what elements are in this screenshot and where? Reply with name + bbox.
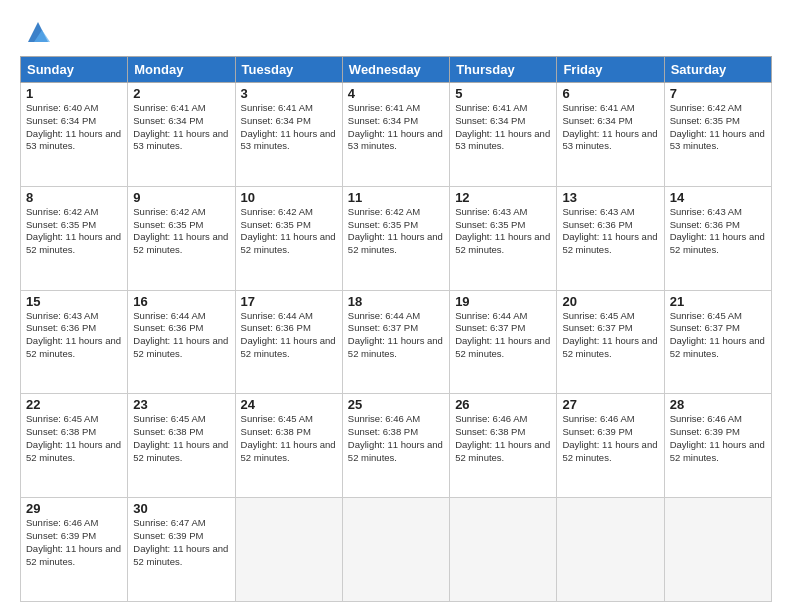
weekday-wednesday: Wednesday xyxy=(342,57,449,83)
weekday-monday: Monday xyxy=(128,57,235,83)
cell-info: Sunrise: 6:42 AMSunset: 6:35 PMDaylight:… xyxy=(241,206,337,257)
cell-info: Sunrise: 6:45 AMSunset: 6:37 PMDaylight:… xyxy=(670,310,766,361)
day-number: 11 xyxy=(348,190,444,205)
cell-info: Sunrise: 6:46 AMSunset: 6:39 PMDaylight:… xyxy=(26,517,122,568)
day-number: 8 xyxy=(26,190,122,205)
logo xyxy=(20,18,52,46)
cell-info: Sunrise: 6:45 AMSunset: 6:37 PMDaylight:… xyxy=(562,310,658,361)
weekday-header-row: SundayMondayTuesdayWednesdayThursdayFrid… xyxy=(21,57,772,83)
calendar-cell: 15Sunrise: 6:43 AMSunset: 6:36 PMDayligh… xyxy=(21,290,128,394)
cell-info: Sunrise: 6:45 AMSunset: 6:38 PMDaylight:… xyxy=(133,413,229,464)
cell-info: Sunrise: 6:40 AMSunset: 6:34 PMDaylight:… xyxy=(26,102,122,153)
calendar-cell: 1Sunrise: 6:40 AMSunset: 6:34 PMDaylight… xyxy=(21,83,128,187)
day-number: 19 xyxy=(455,294,551,309)
calendar-week-2: 8Sunrise: 6:42 AMSunset: 6:35 PMDaylight… xyxy=(21,186,772,290)
calendar-cell: 25Sunrise: 6:46 AMSunset: 6:38 PMDayligh… xyxy=(342,394,449,498)
day-number: 22 xyxy=(26,397,122,412)
day-number: 13 xyxy=(562,190,658,205)
day-number: 12 xyxy=(455,190,551,205)
cell-info: Sunrise: 6:41 AMSunset: 6:34 PMDaylight:… xyxy=(348,102,444,153)
calendar-cell: 9Sunrise: 6:42 AMSunset: 6:35 PMDaylight… xyxy=(128,186,235,290)
weekday-tuesday: Tuesday xyxy=(235,57,342,83)
calendar-cell xyxy=(450,498,557,602)
cell-info: Sunrise: 6:42 AMSunset: 6:35 PMDaylight:… xyxy=(348,206,444,257)
day-number: 17 xyxy=(241,294,337,309)
day-number: 18 xyxy=(348,294,444,309)
header xyxy=(20,18,772,46)
cell-info: Sunrise: 6:44 AMSunset: 6:37 PMDaylight:… xyxy=(348,310,444,361)
cell-info: Sunrise: 6:43 AMSunset: 6:36 PMDaylight:… xyxy=(26,310,122,361)
cell-info: Sunrise: 6:42 AMSunset: 6:35 PMDaylight:… xyxy=(670,102,766,153)
calendar-cell: 20Sunrise: 6:45 AMSunset: 6:37 PMDayligh… xyxy=(557,290,664,394)
calendar-cell xyxy=(342,498,449,602)
page: SundayMondayTuesdayWednesdayThursdayFrid… xyxy=(0,0,792,612)
cell-info: Sunrise: 6:41 AMSunset: 6:34 PMDaylight:… xyxy=(241,102,337,153)
calendar-cell: 19Sunrise: 6:44 AMSunset: 6:37 PMDayligh… xyxy=(450,290,557,394)
calendar-cell: 3Sunrise: 6:41 AMSunset: 6:34 PMDaylight… xyxy=(235,83,342,187)
day-number: 16 xyxy=(133,294,229,309)
calendar-cell: 6Sunrise: 6:41 AMSunset: 6:34 PMDaylight… xyxy=(557,83,664,187)
day-number: 26 xyxy=(455,397,551,412)
logo-icon xyxy=(24,18,52,46)
day-number: 21 xyxy=(670,294,766,309)
calendar-cell: 16Sunrise: 6:44 AMSunset: 6:36 PMDayligh… xyxy=(128,290,235,394)
calendar-cell xyxy=(664,498,771,602)
calendar-cell: 29Sunrise: 6:46 AMSunset: 6:39 PMDayligh… xyxy=(21,498,128,602)
cell-info: Sunrise: 6:46 AMSunset: 6:38 PMDaylight:… xyxy=(348,413,444,464)
day-number: 9 xyxy=(133,190,229,205)
cell-info: Sunrise: 6:46 AMSunset: 6:39 PMDaylight:… xyxy=(670,413,766,464)
calendar-cell: 18Sunrise: 6:44 AMSunset: 6:37 PMDayligh… xyxy=(342,290,449,394)
cell-info: Sunrise: 6:43 AMSunset: 6:36 PMDaylight:… xyxy=(562,206,658,257)
weekday-sunday: Sunday xyxy=(21,57,128,83)
calendar-cell: 23Sunrise: 6:45 AMSunset: 6:38 PMDayligh… xyxy=(128,394,235,498)
cell-info: Sunrise: 6:45 AMSunset: 6:38 PMDaylight:… xyxy=(241,413,337,464)
cell-info: Sunrise: 6:43 AMSunset: 6:35 PMDaylight:… xyxy=(455,206,551,257)
calendar-cell: 30Sunrise: 6:47 AMSunset: 6:39 PMDayligh… xyxy=(128,498,235,602)
cell-info: Sunrise: 6:46 AMSunset: 6:39 PMDaylight:… xyxy=(562,413,658,464)
cell-info: Sunrise: 6:41 AMSunset: 6:34 PMDaylight:… xyxy=(133,102,229,153)
cell-info: Sunrise: 6:41 AMSunset: 6:34 PMDaylight:… xyxy=(562,102,658,153)
calendar-cell: 4Sunrise: 6:41 AMSunset: 6:34 PMDaylight… xyxy=(342,83,449,187)
calendar-cell: 24Sunrise: 6:45 AMSunset: 6:38 PMDayligh… xyxy=(235,394,342,498)
calendar-cell: 8Sunrise: 6:42 AMSunset: 6:35 PMDaylight… xyxy=(21,186,128,290)
day-number: 5 xyxy=(455,86,551,101)
day-number: 14 xyxy=(670,190,766,205)
calendar-cell: 5Sunrise: 6:41 AMSunset: 6:34 PMDaylight… xyxy=(450,83,557,187)
calendar-cell: 13Sunrise: 6:43 AMSunset: 6:36 PMDayligh… xyxy=(557,186,664,290)
calendar-cell: 12Sunrise: 6:43 AMSunset: 6:35 PMDayligh… xyxy=(450,186,557,290)
day-number: 30 xyxy=(133,501,229,516)
cell-info: Sunrise: 6:43 AMSunset: 6:36 PMDaylight:… xyxy=(670,206,766,257)
calendar-cell: 22Sunrise: 6:45 AMSunset: 6:38 PMDayligh… xyxy=(21,394,128,498)
day-number: 3 xyxy=(241,86,337,101)
calendar-cell: 14Sunrise: 6:43 AMSunset: 6:36 PMDayligh… xyxy=(664,186,771,290)
calendar-week-4: 22Sunrise: 6:45 AMSunset: 6:38 PMDayligh… xyxy=(21,394,772,498)
day-number: 24 xyxy=(241,397,337,412)
day-number: 29 xyxy=(26,501,122,516)
cell-info: Sunrise: 6:44 AMSunset: 6:36 PMDaylight:… xyxy=(241,310,337,361)
day-number: 1 xyxy=(26,86,122,101)
cell-info: Sunrise: 6:42 AMSunset: 6:35 PMDaylight:… xyxy=(133,206,229,257)
calendar-cell: 7Sunrise: 6:42 AMSunset: 6:35 PMDaylight… xyxy=(664,83,771,187)
cell-info: Sunrise: 6:41 AMSunset: 6:34 PMDaylight:… xyxy=(455,102,551,153)
day-number: 15 xyxy=(26,294,122,309)
day-number: 6 xyxy=(562,86,658,101)
weekday-thursday: Thursday xyxy=(450,57,557,83)
day-number: 2 xyxy=(133,86,229,101)
calendar-week-5: 29Sunrise: 6:46 AMSunset: 6:39 PMDayligh… xyxy=(21,498,772,602)
calendar-cell: 26Sunrise: 6:46 AMSunset: 6:38 PMDayligh… xyxy=(450,394,557,498)
cell-info: Sunrise: 6:46 AMSunset: 6:38 PMDaylight:… xyxy=(455,413,551,464)
cell-info: Sunrise: 6:42 AMSunset: 6:35 PMDaylight:… xyxy=(26,206,122,257)
day-number: 20 xyxy=(562,294,658,309)
day-number: 7 xyxy=(670,86,766,101)
calendar-cell xyxy=(557,498,664,602)
day-number: 28 xyxy=(670,397,766,412)
weekday-saturday: Saturday xyxy=(664,57,771,83)
cell-info: Sunrise: 6:45 AMSunset: 6:38 PMDaylight:… xyxy=(26,413,122,464)
weekday-friday: Friday xyxy=(557,57,664,83)
day-number: 27 xyxy=(562,397,658,412)
day-number: 4 xyxy=(348,86,444,101)
calendar-table: SundayMondayTuesdayWednesdayThursdayFrid… xyxy=(20,56,772,602)
calendar-cell: 21Sunrise: 6:45 AMSunset: 6:37 PMDayligh… xyxy=(664,290,771,394)
calendar-week-3: 15Sunrise: 6:43 AMSunset: 6:36 PMDayligh… xyxy=(21,290,772,394)
calendar-cell xyxy=(235,498,342,602)
